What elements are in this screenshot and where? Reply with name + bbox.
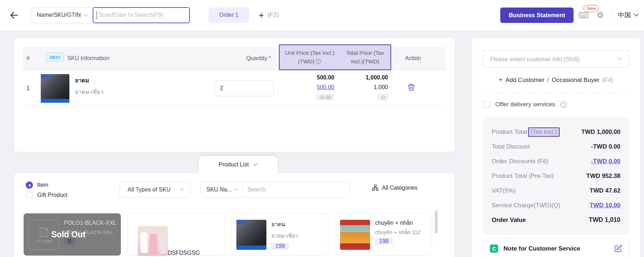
add-customer-line: +Add Customer/Occasional Buyer(F4) [483,76,629,84]
all-categories-button[interactable]: All Categories [372,184,418,191]
product-search-combo: SKU Na... [200,181,350,198]
summary-row-product-total: Product Total(Tax Incl.) TWD 1,000.00 [492,125,620,139]
add-customer-link[interactable]: Add Customer [506,77,545,83]
unit-price-link[interactable]: 500.00 [316,82,334,92]
pos-screen: Name/SKU/GTIN Order 1 + (F2) Business St… [0,0,644,257]
card-title: POLO1-BLACK-XXL [64,220,118,226]
new-badge: New [584,5,599,12]
product-cards: No Image POLO1-BLACK-XXL POLO1-BLACK-XXL… [24,213,432,256]
chevron-down-icon [234,188,239,191]
checkout-sidebar: Please select customer info (Shift) +Add… [472,38,640,257]
keyboard-icon [579,11,589,19]
total-discount-badge: -0 [377,94,388,101]
unit-price-value: 500.00 [316,73,334,82]
product-filters: Item Gift Product All Types of SKU SKU N… [14,173,455,209]
radio-unselected-icon [26,191,33,199]
radio-item[interactable]: Item [26,181,48,189]
sku-type-value: All Types of SKU [128,186,171,193]
search-field-select[interactable]: SKU Na... [200,181,242,198]
topbar: Name/SKU/GTIN Order 1 + (F2) Business St… [0,0,644,30]
scan-search-input[interactable] [93,7,190,23]
back-button[interactable] [8,9,20,21]
required-asterisk: * [269,55,271,61]
search-field-value: SKU Na... [206,186,232,193]
dashed-divider [483,93,629,93]
scan-input-wrap [93,7,190,23]
scan-search-group: Name/SKU/GTIN [31,7,190,23]
product-card[interactable]: DSFDSGSG sfaggsgsg-M 199 [127,213,225,256]
search-type-select[interactable]: Name/SKU/GTIN [31,7,93,23]
product-variant: ยาดม-เขียว [75,87,103,96]
col-unit-price: Unit Price (Tax Incl.)(TWD) ? [281,49,338,66]
order-table-panel: # Item SKU Information Quantity* Unit Pr… [14,38,455,152]
all-categories-label: All Categories [382,185,418,191]
product-card-sold-out[interactable]: No Image POLO1-BLACK-XXL POLO1-BLACK-XXL… [24,213,121,256]
card-price-badge: 198 [375,238,393,245]
product-list-tab[interactable]: Product List [199,156,277,173]
product-card[interactable]: ยาดม ยาดม-เขียว 199 [231,213,328,256]
customer-select[interactable]: Please select customer info (Shift) [483,50,629,68]
language-selector[interactable]: 中国 [618,11,639,19]
sku-type-select[interactable]: All Types of SKU [119,181,190,198]
text-caret [97,11,97,19]
card-title: DSFDSGSG [168,250,221,256]
help-circle-icon[interactable]: ? [560,101,567,108]
tab-order-1[interactable]: Order 1 [208,8,249,23]
summary-row-pretax-total: Product Total (Pre-Tax) TWD 952.38 [492,169,620,183]
chevron-down-icon [180,188,184,191]
col-action: Action [388,55,438,62]
back-arrow-icon [9,10,19,20]
delivery-checkbox[interactable] [483,101,490,108]
product-card[interactable]: chuyền + nhẫn chuyền + nhẫn 112 198 [335,213,432,256]
f4-shortcut: (F4) [602,77,613,83]
product-list-panel: Item Gift Product All Types of SKU SKU N… [14,173,455,257]
plus-icon: + [499,76,503,83]
chevron-down-icon [617,57,622,61]
language-label: 中国 [618,11,631,19]
order-summary: Product Total(Tax Incl.) TWD 1,000.00 To… [483,117,629,235]
chevron-down-icon [634,13,639,17]
col-quantity: Quantity* [246,55,271,62]
summary-row-total-discount: Total Discount -TWD 0.00 [492,139,620,154]
product-name: ยาดม [75,76,89,85]
table-header: # Item SKU Information Quantity* Unit Pr… [23,47,446,71]
col-sku-information: SKU Information [67,55,109,62]
note-c-icon: C [490,244,498,253]
order-tab-label: Order 1 [219,12,239,18]
vertical-scrollbar[interactable] [435,210,438,233]
occasional-buyer-link[interactable]: Occasional Buyer [552,77,599,83]
topbar-right: Business Statement New ⚙ 中国 [500,8,639,23]
col-total-price: Total Price (Tax Incl.)(TWD) [340,49,390,66]
delete-row-button[interactable] [407,83,416,92]
unit-discount-badge: -0.00 [316,94,334,101]
sold-out-overlay: Sold Out [51,230,85,239]
radio-gift-product[interactable]: Gift Product [26,191,67,199]
summary-row-order-discounts: Order Discounts (F6) -TWD 0.00 [492,154,620,169]
card-subtitle: ยาดม-เขียว [271,232,325,240]
svg-text:?: ? [562,102,565,107]
add-order-button[interactable]: + (F2) [259,10,279,20]
delivery-label: Offer delivery services [495,101,555,108]
card-price-badge: 199 [271,243,289,250]
order-discounts-link[interactable]: -TWD 0.00 [591,158,620,165]
keyboard-shortcut-button[interactable]: New [579,11,589,19]
chevron-down-icon [84,14,88,17]
product-thumbnail [41,74,69,103]
product-search-input[interactable] [242,181,350,198]
card-thumbnail [236,220,266,250]
plus-icon: + [259,10,264,20]
card-thumbnail [138,226,168,256]
no-image-label: No Image [36,239,51,243]
card-title: ยาดม [271,220,325,229]
business-statement-button[interactable]: Business Statement [500,8,574,23]
service-charge-link[interactable]: TWD 10.00 [590,202,620,209]
quantity-input[interactable] [215,81,274,96]
help-circle-icon[interactable]: ? [316,59,321,64]
unit-price-cell: 500.00 500.00 -0.00 [316,73,334,101]
price-columns-highlight-box: Unit Price (Tax Incl.)(TWD) ? Total Pric… [279,44,391,70]
edit-note-button[interactable] [614,244,622,253]
row-index: 1 [26,85,30,92]
item-badge: Item [46,53,64,62]
settings-gear-icon[interactable]: ⚙ [596,11,604,19]
tax-incl-highlight: (Tax Incl.) [528,127,560,137]
